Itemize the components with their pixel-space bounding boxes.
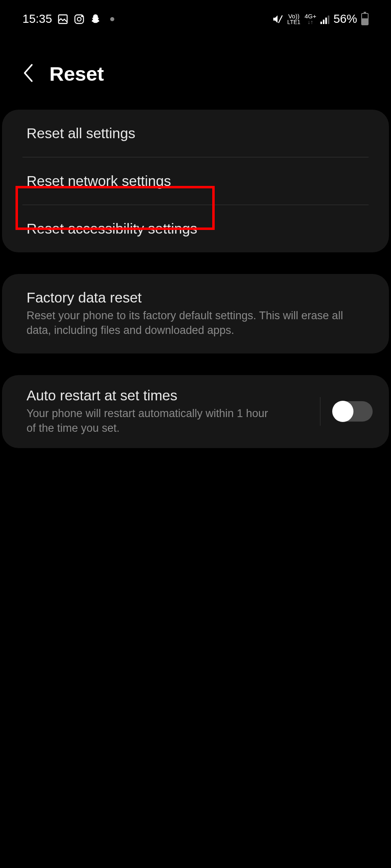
chevron-left-icon [20,63,35,83]
clock-text: 15:35 [22,12,52,26]
svg-point-2 [77,17,81,21]
list-item-subtitle: Your phone will restart automatically wi… [27,406,280,436]
header: Reset [0,26,391,110]
back-button[interactable] [20,63,35,85]
notification-dot-icon [110,17,114,21]
reset-network-settings-item[interactable]: Reset network settings [2,157,389,205]
status-left: 15:35 [22,12,114,26]
auto-restart-item[interactable]: Auto restart at set times Your phone wil… [2,375,389,448]
gallery-icon [57,13,69,25]
vertical-divider [320,397,320,426]
reset-options-group: Reset all settings Reset network setting… [2,110,389,252]
auto-restart-toggle[interactable] [333,401,373,422]
list-item-label: Factory data reset [27,289,364,306]
list-item-label: Reset network settings [27,173,364,189]
status-bar: 15:35 Vo)) LTE1 4G+ ↓↑ 56% [0,0,391,26]
signal-icon [320,14,329,24]
battery-icon [361,13,369,25]
auto-restart-group: Auto restart at set times Your phone wil… [2,375,389,448]
factory-reset-group: Factory data reset Reset your phone to i… [2,274,389,353]
toggle-text: Auto restart at set times Your phone wil… [27,387,312,436]
toggle-knob [332,401,353,422]
list-item-subtitle: Reset your phone to its factory default … [27,308,349,338]
svg-point-3 [81,15,82,16]
page-title: Reset [49,62,104,85]
list-item-label: Reset all settings [27,125,364,141]
instagram-icon [73,13,85,25]
battery-percent-text: 56% [333,12,357,26]
reset-all-settings-item[interactable]: Reset all settings [2,110,389,157]
status-right: Vo)) LTE1 4G+ ↓↑ 56% [272,12,369,26]
list-item-label: Auto restart at set times [27,387,312,404]
volte-indicator: Vo)) LTE1 [287,13,300,25]
network-indicator: 4G+ ↓↑ [304,13,316,25]
factory-data-reset-item[interactable]: Factory data reset Reset your phone to i… [2,274,389,353]
list-item-label: Reset accessibility settings [27,221,364,237]
mute-icon [272,13,283,25]
svg-line-4 [278,15,282,23]
reset-accessibility-settings-item[interactable]: Reset accessibility settings [2,205,389,252]
snapchat-icon [90,13,101,25]
